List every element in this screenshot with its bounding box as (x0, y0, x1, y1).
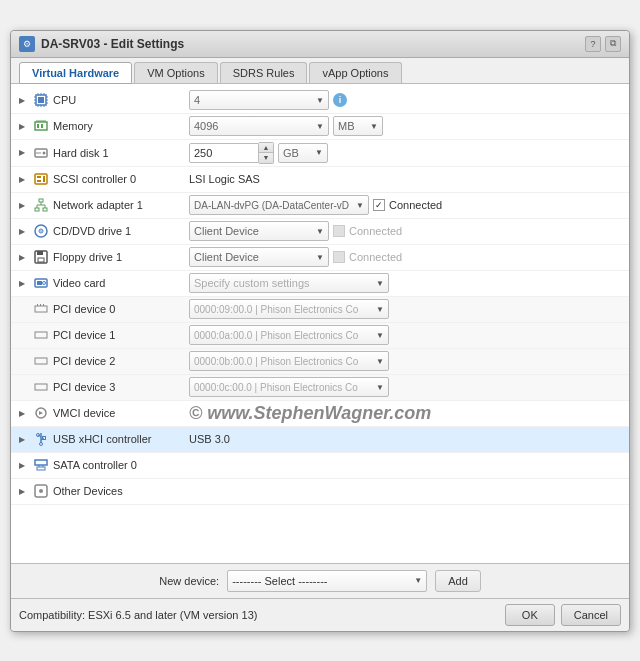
cpu-icon (33, 92, 49, 108)
svg-point-23 (43, 151, 46, 154)
cpu-info-icon[interactable]: i (333, 93, 347, 107)
svg-rect-21 (41, 124, 43, 128)
floppy-label-text: Floppy drive 1 (53, 251, 122, 263)
other-label-text: Other Devices (53, 485, 123, 497)
cddvd-controls: Client Device ▼ Connected (189, 221, 621, 241)
memory-label-text: Memory (53, 120, 93, 132)
cddvd-connected-checkbox[interactable] (333, 225, 345, 237)
harddisk-label: ▶ Hard disk 1 (19, 145, 189, 161)
pci2-controls: 0000:0b:00.0 | Phison Electronics Co ▼ (189, 351, 621, 371)
pci1-dropdown[interactable]: 0000:0a:00.0 | Phison Electronics Co ▼ (189, 325, 389, 345)
memory-expand[interactable]: ▶ (19, 122, 29, 131)
maximize-button[interactable]: ⧉ (605, 36, 621, 52)
usb-row: ▶ USB xHCI controller USB 3.0 (11, 427, 629, 453)
svg-point-65 (39, 489, 43, 493)
pci0-dropdown-arrow: ▼ (376, 305, 384, 314)
cddvd-dropdown[interactable]: Client Device ▼ (189, 221, 329, 241)
ok-button[interactable]: OK (505, 604, 555, 626)
floppy-label: ▶ Floppy drive 1 (19, 249, 189, 265)
sata-icon (33, 457, 49, 473)
memory-dropdown[interactable]: 4096 ▼ (189, 116, 329, 136)
videocard-label-text: Video card (53, 277, 105, 289)
svg-rect-60 (35, 460, 47, 465)
svg-rect-49 (43, 304, 44, 306)
vmci-expand[interactable]: ▶ (19, 409, 29, 418)
tab-vapp-options[interactable]: vApp Options (309, 62, 401, 83)
videocard-label: ▶ Video card (19, 275, 189, 291)
network-expand[interactable]: ▶ (19, 201, 29, 210)
pci2-row: ▶ PCI device 2 0000:0b:00.0 | Phison Ele… (11, 349, 629, 375)
harddisk-unit-dropdown[interactable]: GB ▼ (278, 143, 328, 163)
svg-rect-61 (37, 467, 45, 470)
scsi-label: ▶ SCSI controller 0 (19, 171, 189, 187)
sata-label: ▶ SATA controller 0 (19, 457, 189, 473)
harddisk-spinner-btns: ▲ ▼ (259, 142, 274, 164)
svg-rect-30 (35, 208, 39, 211)
title-bar-left: ⚙ DA-SRV03 - Edit Settings (19, 36, 184, 52)
svg-rect-1 (38, 97, 44, 103)
svg-rect-43 (37, 281, 42, 285)
floppy-dropdown[interactable]: Client Device ▼ (189, 247, 329, 267)
memory-controls: 4096 ▼ MB ▼ (189, 116, 621, 136)
memory-icon (33, 118, 49, 134)
cddvd-expand[interactable]: ▶ (19, 227, 29, 236)
pci2-label: ▶ PCI device 2 (19, 353, 189, 369)
network-dropdown[interactable]: DA-LAN-dvPG (DA-DataCenter-vDS) ▼ (189, 195, 369, 215)
harddisk-input[interactable] (189, 143, 259, 163)
tab-sdrs-rules[interactable]: SDRS Rules (220, 62, 308, 83)
scsi-label-text: SCSI controller 0 (53, 173, 136, 185)
floppy-connected-checkbox[interactable] (333, 251, 345, 263)
floppy-connected-group: Connected (333, 251, 402, 263)
pci3-dropdown-arrow: ▼ (376, 383, 384, 392)
pci1-label: ▶ PCI device 1 (19, 327, 189, 343)
new-device-select[interactable]: -------- Select -------- ▼ (227, 570, 427, 592)
pci3-label-text: PCI device 3 (53, 381, 115, 393)
pci2-dropdown-arrow: ▼ (376, 357, 384, 366)
network-connected-checkbox[interactable] (373, 199, 385, 211)
window-icon: ⚙ (19, 36, 35, 52)
scsi-icon (33, 171, 49, 187)
svg-rect-50 (35, 332, 47, 338)
cpu-expand[interactable]: ▶ (19, 96, 29, 105)
svg-rect-25 (35, 174, 47, 184)
usb-controls: USB 3.0 (189, 433, 621, 445)
tab-vm-options[interactable]: VM Options (134, 62, 217, 83)
harddisk-expand[interactable]: ▶ (19, 148, 29, 157)
videocard-expand[interactable]: ▶ (19, 279, 29, 288)
scsi-row: ▶ SCSI controller 0 LSI Logic SAS (11, 167, 629, 193)
memory-dropdown-arrow: ▼ (316, 122, 324, 131)
tab-virtual-hardware[interactable]: Virtual Hardware (19, 62, 132, 84)
cancel-button[interactable]: Cancel (561, 604, 621, 626)
pci3-icon (33, 379, 49, 395)
title-bar-buttons: ? ⧉ (585, 36, 621, 52)
cpu-dropdown[interactable]: 4 ▼ (189, 90, 329, 110)
harddisk-icon (33, 145, 49, 161)
pci3-dropdown[interactable]: 0000:0c:00.0 | Phison Electronics Co ▼ (189, 377, 389, 397)
vmci-icon (33, 405, 49, 421)
add-device-button[interactable]: Add (435, 570, 481, 592)
floppy-value: Client Device (194, 251, 259, 263)
floppy-expand[interactable]: ▶ (19, 253, 29, 262)
usb-expand[interactable]: ▶ (19, 435, 29, 444)
pci0-value: 0000:09:00.0 | Phison Electronics Co (194, 304, 358, 315)
pci0-icon (33, 301, 49, 317)
compatibility-text: Compatibility: ESXi 6.5 and later (VM ve… (19, 609, 257, 621)
memory-label: ▶ Memory (19, 118, 189, 134)
svg-rect-40 (37, 251, 43, 255)
sata-expand[interactable]: ▶ (19, 461, 29, 470)
harddisk-down-btn[interactable]: ▼ (259, 153, 273, 163)
cddvd-connected-group: Connected (333, 225, 402, 237)
pci2-dropdown[interactable]: 0000:0b:00.0 | Phison Electronics Co ▼ (189, 351, 389, 371)
scsi-controls: LSI Logic SAS (189, 173, 621, 185)
new-device-label: New device: (159, 575, 219, 587)
harddisk-spinner: ▲ ▼ (189, 142, 274, 164)
harddisk-up-btn[interactable]: ▲ (259, 143, 273, 153)
memory-unit-dropdown[interactable]: MB ▼ (333, 116, 383, 136)
videocard-dropdown[interactable]: Specify custom settings ▼ (189, 273, 389, 293)
other-expand[interactable]: ▶ (19, 487, 29, 496)
scsi-expand[interactable]: ▶ (19, 175, 29, 184)
pci0-dropdown[interactable]: 0000:09:00.0 | Phison Electronics Co ▼ (189, 299, 389, 319)
vmci-label-text: VMCI device (53, 407, 115, 419)
help-button[interactable]: ? (585, 36, 601, 52)
videocard-icon (33, 275, 49, 291)
